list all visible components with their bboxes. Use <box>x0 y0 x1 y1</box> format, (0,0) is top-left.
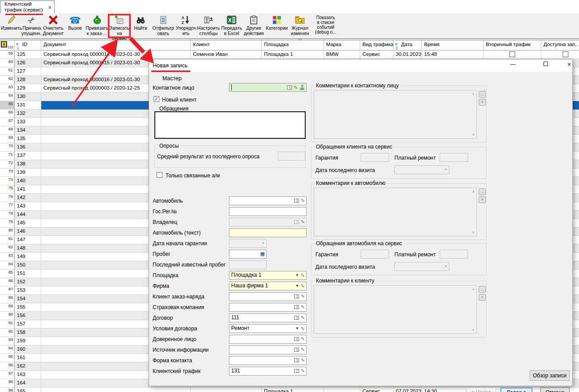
row-number-cell[interactable]: 89 <box>0 303 15 312</box>
id-cell[interactable]: 136 <box>15 143 41 152</box>
row-number-cell[interactable]: 85 <box>0 270 15 278</box>
column-header-Доступна зап..[interactable]: Доступна зап.. <box>541 40 579 51</box>
clear-x-button[interactable]: × <box>479 99 486 106</box>
id-cell[interactable]: 137 <box>15 152 41 160</box>
edit-pencil-icon[interactable]: ✎ <box>294 85 298 90</box>
row-number-cell[interactable]: 77 <box>0 202 15 211</box>
field-input[interactable]: ✎ <box>229 196 307 205</box>
person-icon[interactable] <box>299 85 305 90</box>
new-client-checkbox[interactable]: ✓ <box>154 96 159 102</box>
id-cell[interactable]: 155 <box>15 303 41 312</box>
field-input[interactable]: ✎ <box>229 345 307 354</box>
row-number-cell[interactable]: 68 <box>0 126 15 135</box>
row-number-cell[interactable]: 63 <box>0 84 15 93</box>
row-checkbox[interactable] <box>509 51 515 57</box>
id-cell[interactable]: 132 <box>15 110 41 118</box>
back-button[interactable]: < Назад <box>466 388 496 392</box>
row-number-cell[interactable]: 61 <box>0 67 15 76</box>
toolbar-button-1[interactable]: Изменить <box>1 14 21 38</box>
data-cell[interactable]: Сервисный проход 0000014 / 2023-01-30 <box>41 51 191 59</box>
row-number-cell[interactable]: 81 <box>0 236 15 244</box>
id-cell[interactable]: 153 <box>15 286 41 295</box>
clear-x-button[interactable]: × <box>479 196 486 203</box>
column-header-Марка[interactable]: Марка <box>324 40 360 51</box>
id-cell[interactable]: 133 <box>15 118 41 126</box>
row-number-cell[interactable]: 60 <box>0 59 15 67</box>
edit-pencil-icon[interactable]: ✎ <box>301 198 305 203</box>
id-cell[interactable]: 134 <box>15 126 41 135</box>
row-number-cell[interactable]: 59 <box>0 51 15 59</box>
toolbar-button-3[interactable]: Очистить Документ <box>42 14 64 38</box>
edit-pencil-icon[interactable]: ✎ <box>301 315 305 320</box>
id-cell[interactable]: 154 <box>15 295 41 303</box>
id-cell[interactable]: 142 <box>15 194 41 202</box>
id-cell[interactable]: 156 <box>15 312 41 320</box>
next-button[interactable]: Далее > <box>500 388 532 392</box>
id-cell[interactable]: 127 <box>15 67 41 76</box>
scroll-down-icon[interactable]: ▼ <box>472 328 475 332</box>
row-number-cell[interactable]: 83 <box>0 253 15 261</box>
id-cell[interactable]: 126 <box>15 59 41 67</box>
row-number-cell[interactable]: 75 <box>0 185 15 194</box>
row-number-cell[interactable]: 92 <box>0 329 15 337</box>
data-cell[interactable]: Сервис <box>360 51 394 59</box>
ellipsis-button[interactable]: … <box>479 91 486 98</box>
calculator-icon[interactable]: ▦ <box>260 251 265 256</box>
field-input[interactable]: 131✎ <box>229 367 307 376</box>
row-number-cell[interactable]: 70 <box>0 143 15 152</box>
data-cell[interactable] <box>541 51 579 59</box>
tab-close-icon[interactable]: × <box>48 4 51 11</box>
field-input[interactable]: 111✎ <box>229 314 307 322</box>
scroll-up-icon[interactable]: ▲ <box>472 189 475 193</box>
id-cell[interactable]: 161 <box>15 354 41 362</box>
tab-client-traffic[interactable]: Клиентский трафик (сервис) × <box>0 0 55 14</box>
id-cell[interactable]: 135 <box>15 135 41 143</box>
toolbar-button-5[interactable]: Привязать к заказ-... <box>86 14 108 38</box>
lookup-book-icon[interactable] <box>294 305 299 309</box>
row-number-cell[interactable]: 78 <box>0 211 15 219</box>
row-number-cell[interactable]: 86 <box>0 278 15 286</box>
row-number-cell[interactable]: 98 <box>0 379 15 388</box>
column-header-Вид трафика[interactable]: Вид трафика <box>360 40 394 51</box>
edit-pencil-icon[interactable]: ✎ <box>301 220 305 224</box>
id-cell[interactable]: 130 <box>15 93 41 101</box>
id-cell[interactable]: 147 <box>15 236 41 244</box>
column-header-ID[interactable]: «ID1 <box>15 40 41 51</box>
id-cell[interactable]: 165 <box>15 388 41 392</box>
lookup-book-icon[interactable] <box>294 294 299 298</box>
cancel-button[interactable]: Отмена <box>540 388 570 392</box>
id-cell[interactable]: 164 <box>15 379 41 388</box>
edit-pencil-icon[interactable]: ✎ <box>301 326 305 331</box>
row-number-cell[interactable]: 97 <box>0 371 15 379</box>
column-header-Клиент[interactable]: Клиент <box>191 40 262 51</box>
row-number-cell[interactable]: 64 <box>0 93 15 101</box>
column-header-Дата[interactable]: «Дата2 <box>394 40 422 51</box>
field-input[interactable] <box>229 260 267 269</box>
ellipsis-button[interactable]: … <box>479 286 486 293</box>
field-input[interactable]: ✎ <box>229 292 307 301</box>
scroll-down-icon[interactable]: ▼ <box>472 133 475 137</box>
data-cell[interactable]: 07.02.2023 <box>394 388 422 392</box>
row-number-cell[interactable]: 76 <box>0 194 15 202</box>
id-cell[interactable]: 149 <box>15 253 41 261</box>
row-number-cell[interactable]: 66 <box>0 110 15 118</box>
column-header-Вторичный трафик[interactable]: Вторичный трафик <box>484 40 541 51</box>
lookup-book-icon[interactable] <box>294 316 299 320</box>
column-header-Документ[interactable]: Документ <box>41 40 191 51</box>
select-all-badge[interactable]: A <box>1 41 7 47</box>
comment-textarea[interactable]: ▲▼ <box>314 90 477 139</box>
id-cell[interactable]: 138 <box>15 160 41 169</box>
row-number-cell[interactable]: 67 <box>0 118 15 126</box>
field-input[interactable] <box>229 207 307 216</box>
row-number-cell[interactable]: 94 <box>0 345 15 354</box>
id-cell[interactable]: 160 <box>15 345 41 354</box>
row-checkbox[interactable] <box>563 51 568 57</box>
lookup-book-icon[interactable] <box>294 220 299 224</box>
id-cell[interactable]: 157 <box>15 320 41 329</box>
row-number-cell[interactable]: 84 <box>0 261 15 270</box>
field-input[interactable]: ▦ <box>229 250 267 259</box>
id-cell[interactable]: 146 <box>15 227 41 236</box>
id-cell[interactable]: 151 <box>15 270 41 278</box>
table-row[interactable]: 59125Сервисный проход 0000014 / 2023-01-… <box>0 51 579 59</box>
field-input[interactable]: ✎ <box>229 303 307 312</box>
